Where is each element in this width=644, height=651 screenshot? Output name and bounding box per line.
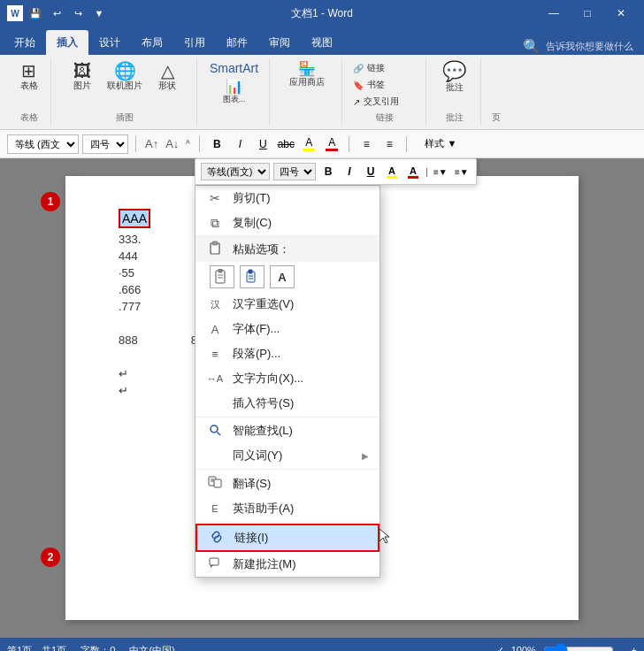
tab-layout[interactable]: 布局 <box>131 30 173 55</box>
mini-underline-btn[interactable]: U <box>362 163 380 180</box>
hyperlink-button[interactable]: 🔗 链接 <box>349 60 420 76</box>
zoom-in-icon[interactable]: + <box>632 645 637 651</box>
ribbon-group-links: 🔗 链接 🔖 书签 ↗ 交叉引用 链接 <box>344 58 426 126</box>
menu-separator-2 <box>196 469 380 470</box>
text-dir-label: 文字方向(X)... <box>233 371 369 387</box>
mini-color-btn[interactable]: A <box>404 163 422 180</box>
bullet-list-button[interactable]: ≡ <box>356 134 376 154</box>
context-smart-search[interactable]: 智能查找(L) <box>196 418 380 443</box>
search-ribbon-label[interactable]: 告诉我你想要做什么 <box>546 40 633 53</box>
paste-header-label: 粘贴选项： <box>233 241 369 257</box>
numbered-list-button[interactable]: ≡ <box>380 134 399 154</box>
svg-rect-3 <box>218 269 222 272</box>
mini-bold-btn[interactable]: B <box>319 163 337 180</box>
mini-list-btn[interactable]: ≡▼ <box>432 163 449 180</box>
shapes-button[interactable]: △ 形状 <box>153 60 181 94</box>
separator-4 <box>406 136 407 152</box>
app-store-button[interactable]: 🏪 应用商店 <box>286 60 328 90</box>
separator-3 <box>349 136 349 152</box>
copy-label: 复制(C) <box>233 215 369 231</box>
context-synonym[interactable]: 同义词(Y) ▶ <box>196 443 380 468</box>
minimize-button[interactable]: — <box>538 0 570 27</box>
format-toolbar: 等线 (西文 四号 A↑ A↓ ᴬ B I U abc A A ≡ ≡ 样式 ▼ <box>0 130 644 158</box>
paste-merge-format[interactable] <box>240 265 264 288</box>
font-grow-icon: A↑ <box>143 137 160 150</box>
font-color-bar <box>326 149 338 151</box>
context-insert-symbol[interactable]: 插入符号(S) <box>196 391 380 416</box>
chart-button[interactable]: 📊 图表... <box>218 78 250 107</box>
badge-1: 1 <box>41 192 60 211</box>
paste-text-only[interactable]: A <box>270 265 295 288</box>
font-size-select[interactable]: 四号 <box>82 134 128 154</box>
ribbon-group-table: ⊞ 表格 表格 <box>7 58 51 126</box>
menu-separator-3 <box>196 522 380 523</box>
zoom-out-icon[interactable]: - <box>621 645 625 651</box>
table-icon: ⊞ <box>21 62 36 80</box>
cross-ref-button[interactable]: ↗ 交叉引用 <box>349 94 420 110</box>
context-new-comment[interactable]: 新建批注(M) <box>196 552 380 577</box>
ribbon-group-illustrations: 🖼 图片 🌐 联机图片 △ 形状 插图 <box>53 58 197 126</box>
context-paragraph[interactable]: ≡ 段落(P)... <box>196 341 380 366</box>
context-text-dir[interactable]: ↔A 文字方向(X)... <box>196 366 380 391</box>
mini-indent-btn[interactable]: ≡▼ <box>453 163 471 180</box>
tab-view[interactable]: 视图 <box>301 30 343 55</box>
paste-options-row: A <box>196 262 380 292</box>
synonym-arrow: ▶ <box>362 451 369 461</box>
strikethrough-button[interactable]: abc <box>276 134 295 154</box>
styles-dropdown[interactable]: 样式 ▼ <box>414 134 467 154</box>
qa-save[interactable]: 💾 <box>27 4 44 22</box>
tab-design[interactable]: 设计 <box>88 30 131 55</box>
picture-button[interactable]: 🖼 图片 <box>68 60 96 94</box>
zoom-level[interactable]: 100% <box>511 645 536 651</box>
table-button[interactable]: ⊞ 表格 <box>13 60 45 94</box>
context-hanzi-redo[interactable]: 汉 汉字重选(V) <box>196 292 380 317</box>
context-font[interactable]: A 字体(F)... <box>196 317 380 341</box>
context-en-helper[interactable]: E 英语助手(A) <box>196 496 380 521</box>
smartart-button[interactable]: SmartArt <box>206 60 262 76</box>
highlight-button[interactable]: A <box>299 134 318 154</box>
mini-highlight-btn[interactable]: A <box>383 163 401 180</box>
context-translate[interactable]: 翻译(S) <box>196 471 380 496</box>
mini-italic-btn[interactable]: I <box>341 163 358 180</box>
close-button[interactable]: ✕ <box>605 0 637 27</box>
comment-button[interactable]: 💬 批注 <box>439 60 471 96</box>
zoom-slider[interactable] <box>543 645 614 651</box>
word-count: 字数：0 <box>80 644 115 652</box>
quick-access-toolbar: W 💾 ↩ ↪ ▼ <box>7 4 108 22</box>
context-cut[interactable]: ✂ 剪切(T) <box>196 186 380 211</box>
font-color-button[interactable]: A <box>322 134 341 154</box>
link-label: 链接(I) <box>234 530 367 546</box>
qa-dropdown[interactable]: ▼ <box>90 4 108 22</box>
mini-size-select[interactable]: 四号 <box>273 163 316 180</box>
bookmark-icon: 🔖 <box>353 80 364 90</box>
underline-button[interactable]: U <box>253 134 272 154</box>
tab-insert[interactable]: 插入 <box>46 30 88 55</box>
font-select[interactable]: 等线 (西文 <box>7 134 79 154</box>
tab-mailings[interactable]: 邮件 <box>216 30 258 55</box>
maximize-button[interactable]: □ <box>571 0 603 27</box>
context-copy[interactable]: ⧉ 复制(C) <box>196 211 380 235</box>
mini-font-select[interactable]: 等线(西文) <box>201 163 270 180</box>
online-picture-button[interactable]: 🌐 联机图片 <box>104 60 146 94</box>
status-bar: 第1页，共1页 字数：0 中文(中国) ✓ 100% - + <box>0 638 644 651</box>
svg-line-11 <box>218 432 221 435</box>
paste-keep-format[interactable] <box>210 265 234 288</box>
search-icon: 🔍 <box>523 38 540 55</box>
qa-undo[interactable]: ↩ <box>48 4 65 22</box>
qa-redo[interactable]: ↪ <box>69 4 87 22</box>
tab-review[interactable]: 审阅 <box>258 30 301 55</box>
bold-button[interactable]: B <box>207 134 226 154</box>
word-icon: W <box>7 5 23 21</box>
tab-start[interactable]: 开始 <box>4 30 46 55</box>
svg-rect-1 <box>212 241 218 245</box>
font-clear-icon: ᴬ <box>184 138 192 149</box>
context-link[interactable]: 链接(I) <box>196 524 380 552</box>
chart-icon: 📊 <box>226 80 243 94</box>
bookmark-button[interactable]: 🔖 书签 <box>349 77 420 93</box>
window-title: 文档1 - Word <box>291 6 353 21</box>
tab-references[interactable]: 引用 <box>173 30 216 55</box>
italic-button[interactable]: I <box>230 134 249 154</box>
paragraph-label: 段落(P)... <box>233 346 369 362</box>
online-picture-icon: 🌐 <box>114 62 136 80</box>
text-dir-icon: ↔A <box>206 373 224 384</box>
